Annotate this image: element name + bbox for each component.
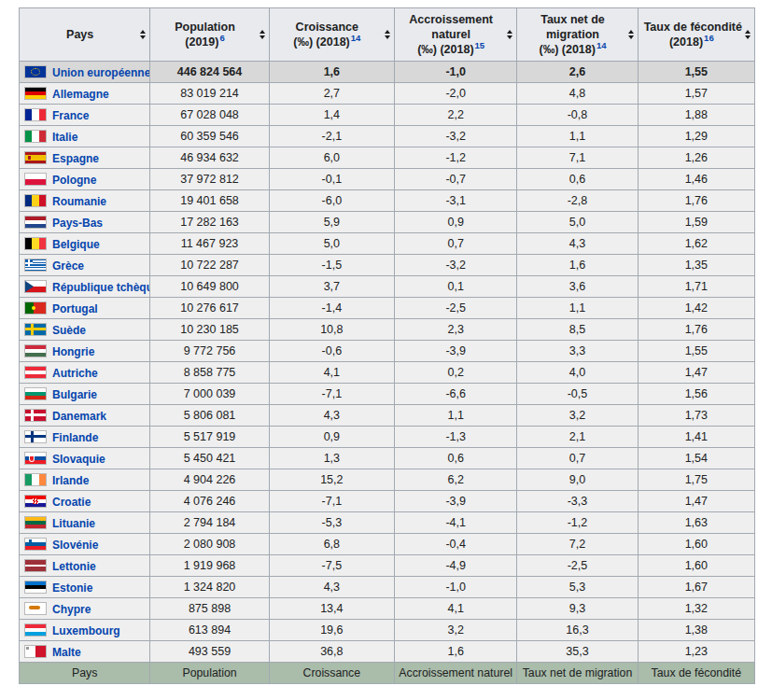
natural-increase-cell: 0,6 [394, 448, 516, 469]
country-cell: Grèce [20, 255, 150, 276]
country-link[interactable]: Belgique [52, 238, 100, 251]
natural-increase-cell: -1,2 [394, 147, 516, 169]
country-link[interactable]: Autriche [52, 367, 98, 380]
fertility-rate-cell: 1,46 [638, 169, 754, 190]
country-link[interactable]: Pays-Bas [52, 217, 103, 230]
country-link[interactable]: Roumanie [52, 195, 106, 208]
sort-icon[interactable] [260, 30, 265, 39]
country-cell: Hongrie [20, 341, 150, 362]
footer-fecondite: Taux de fécondité [638, 663, 754, 684]
fertility-rate-cell: 1,67 [638, 577, 754, 598]
flag-icon-pt [24, 301, 47, 315]
country-link[interactable]: République tchèque [52, 281, 150, 294]
table-body: Union européenne446 824 5641,6-1,02,61,5… [20, 62, 755, 663]
column-header-accroissement[interactable]: Accroissementnaturel(‰) (2018)15 [394, 8, 516, 62]
page: PaysPopulation(2019)6Croissance(‰) (2018… [0, 0, 772, 700]
country-link[interactable]: Lituanie [52, 517, 95, 530]
country-cell: Allemagne [20, 83, 150, 105]
population-cell: 5 806 081 [150, 405, 269, 427]
population-cell: 8 858 775 [150, 362, 269, 384]
table-row: Italie60 359 546-2,1-3,21,11,29 [20, 126, 755, 147]
flag-icon-ee [24, 581, 47, 594]
fertility-rate-cell: 1,41 [638, 427, 754, 448]
natural-increase-cell: -0,4 [394, 534, 516, 555]
country-link[interactable]: Espagne [52, 152, 99, 165]
growth-rate-cell: 4,3 [269, 405, 394, 427]
country-link[interactable]: Finlande [52, 431, 98, 444]
population-cell: 17 282 163 [150, 212, 269, 233]
country-link[interactable]: Danemark [52, 410, 106, 423]
country-link[interactable]: Grèce [52, 259, 84, 273]
country-link[interactable]: Slovénie [52, 539, 98, 552]
country-link[interactable]: Estonie [52, 581, 92, 595]
table-row: Pologne37 972 812-0,1-0,70,61,46 [20, 169, 755, 190]
table-row: Pays-Bas17 282 1635,90,95,01,59 [20, 212, 755, 233]
country-cell: Luxembourg [20, 620, 150, 641]
net-migration-cell: -3,3 [517, 491, 638, 512]
country-link[interactable]: Suède [52, 324, 86, 337]
table-row: Lettonie1 919 968-7,5-4,9-2,51,60 [20, 555, 755, 577]
reference-link[interactable]: 14 [351, 33, 361, 43]
column-header-pays[interactable]: Pays [20, 8, 150, 62]
table-header: PaysPopulation(2019)6Croissance(‰) (2018… [20, 8, 755, 62]
natural-increase-cell: -1,0 [394, 62, 516, 83]
reference-link[interactable]: 15 [475, 40, 485, 50]
country-link[interactable]: Portugal [52, 302, 98, 315]
flag-icon-hr [24, 495, 47, 508]
country-link[interactable]: Allemagne [52, 88, 109, 101]
natural-increase-cell: -0,7 [394, 169, 516, 190]
column-header-population[interactable]: Population(2019)6 [150, 8, 269, 62]
growth-rate-cell: -0,6 [269, 341, 394, 362]
country-link[interactable]: Hongrie [52, 345, 94, 358]
table-row: Malte493 55936,81,635,31,23 [20, 641, 755, 663]
country-link[interactable]: Union européenne [52, 66, 150, 79]
country-link[interactable]: Croatie [52, 496, 91, 509]
country-link[interactable]: Malte [52, 646, 81, 659]
population-cell: 60 359 546 [150, 126, 269, 147]
country-link[interactable]: France [52, 109, 89, 122]
net-migration-cell: 2,1 [517, 427, 638, 448]
reference-link[interactable]: 16 [704, 33, 714, 43]
country-link[interactable]: Luxembourg [52, 624, 120, 637]
natural-increase-cell: -3,2 [394, 126, 516, 147]
natural-increase-cell: 2,2 [394, 105, 516, 126]
growth-rate-cell: -0,1 [269, 169, 394, 190]
country-link[interactable]: Italie [52, 131, 77, 144]
reference-link[interactable]: 6 [219, 33, 224, 43]
net-migration-cell: 3,2 [517, 405, 638, 427]
sort-icon[interactable] [507, 30, 512, 39]
sort-icon[interactable] [140, 30, 146, 39]
fertility-rate-cell: 1,55 [638, 62, 754, 83]
country-link[interactable]: Lettonie [52, 560, 96, 573]
country-link[interactable]: Irlande [52, 474, 89, 487]
country-cell: Union européenne [20, 62, 150, 83]
column-header-croissance[interactable]: Croissance(‰) (2018)14 [269, 8, 394, 62]
growth-rate-cell: 10,8 [269, 319, 394, 341]
growth-rate-cell: -1,4 [269, 298, 394, 319]
fertility-rate-cell: 1,73 [638, 405, 754, 427]
country-link[interactable]: Bulgarie [52, 388, 97, 401]
reference-link[interactable]: 14 [597, 40, 607, 50]
flag-icon-fi [24, 430, 47, 443]
sort-icon[interactable] [745, 30, 751, 39]
country-link[interactable]: Pologne [52, 174, 96, 187]
column-header-fecondite[interactable]: Taux de fécondité(2018)16 [638, 8, 754, 62]
table-row: Bulgarie7 000 039-7,1-6,6-0,51,56 [20, 384, 755, 405]
country-link[interactable]: Chypre [52, 603, 91, 616]
country-cell: Lettonie [20, 555, 150, 577]
fertility-rate-cell: 1,63 [638, 512, 754, 534]
population-cell: 37 972 812 [150, 169, 269, 190]
growth-rate-cell: -5,3 [269, 512, 394, 534]
flag-icon-mt [24, 645, 47, 658]
country-cell: Portugal [20, 298, 150, 319]
column-header-migration[interactable]: Taux net demigration(‰) (2018)14 [517, 8, 638, 62]
flag-icon-lu [24, 623, 47, 637]
country-link[interactable]: Slovaquie [52, 453, 105, 466]
table-row: France67 028 0481,42,2-0,81,88 [20, 105, 755, 126]
table-row: Espagne46 934 6326,0-1,27,11,26 [20, 147, 755, 169]
sort-icon[interactable] [385, 30, 390, 39]
flag-icon-gr [24, 259, 47, 272]
flag-icon-se [24, 323, 47, 336]
header-row: PaysPopulation(2019)6Croissance(‰) (2018… [20, 8, 755, 62]
sort-icon[interactable] [628, 30, 634, 39]
